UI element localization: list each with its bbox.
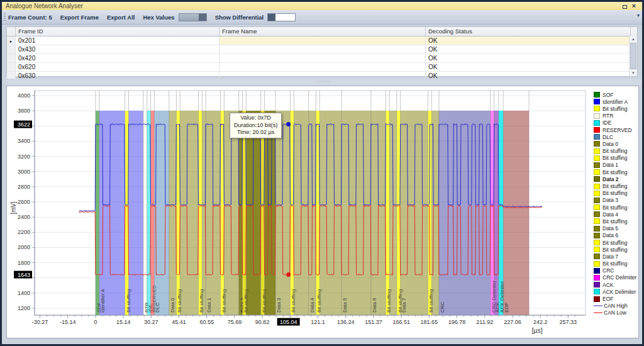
y-cursor-label: 3622	[18, 121, 30, 128]
scrollbar-thumb[interactable]	[630, 43, 636, 69]
cursor-marker-can-low[interactable]	[286, 272, 291, 277]
cursor-marker-can-high[interactable]	[286, 122, 291, 126]
band-label: Data 7	[401, 298, 407, 313]
frame-id-cell[interactable]: 0x430	[16, 45, 219, 53]
legend-label: CRC	[600, 267, 614, 274]
band-dlc[interactable]	[154, 111, 169, 315]
show-differential-toggle[interactable]	[267, 13, 296, 21]
table-scrollbar[interactable]: ▲ ▼	[629, 36, 637, 76]
legend-label: EOF	[600, 296, 613, 302]
legend-item-reserved: RESERVED	[594, 126, 639, 133]
decoding-status-cell[interactable]: OK	[426, 63, 631, 71]
y-tick-label: 3400	[18, 138, 30, 144]
y-tick-label: 2000	[18, 244, 30, 250]
legend-label: Bit stuffing	[600, 155, 628, 161]
legend-item-data-5: Data 5	[594, 225, 639, 232]
legend-label: Bit stuffing	[600, 240, 628, 246]
signal-chart-panel: SOFIdentifier ABit stuffingRTRIDERESERVE…	[6, 86, 639, 338]
frame-name-cell[interactable]	[219, 63, 426, 71]
band-id[interactable]	[129, 111, 143, 315]
table-row[interactable]: 0x420 OK	[7, 54, 637, 63]
scroll-down-icon[interactable]: ▼	[630, 70, 637, 76]
decoding-status-cell[interactable]: OK	[426, 45, 631, 53]
band-data[interactable]	[431, 111, 439, 315]
legend-label: ACK	[600, 282, 613, 288]
legend-swatch-bit-stuffing	[594, 218, 600, 224]
column-header-decoding-status[interactable]: Decoding Status	[426, 27, 631, 36]
band-data-7[interactable]	[401, 111, 428, 315]
table-row[interactable]: 0x620 OK	[7, 63, 637, 72]
legend-swatch-bit-stuffing	[594, 247, 600, 252]
toolbar-overflow-icon[interactable]: ▾	[637, 13, 640, 18]
legend-item-bit-stuffing: Bit stuffing	[594, 218, 639, 225]
y-tick-label: 1800	[18, 260, 30, 266]
legend-swatch-ide	[594, 120, 600, 126]
close-button[interactable]: ×	[630, 3, 638, 9]
legend-label: RTR	[600, 113, 613, 119]
legend-item-bit-stuffing: Bit stuffing	[594, 204, 639, 211]
legend-label: Data 6	[600, 232, 618, 238]
hex-values-label: Hex Values	[143, 14, 174, 21]
table-row[interactable]: ▸ 0x201 OK	[7, 36, 637, 45]
legend-item-sof: SOF	[594, 91, 639, 98]
band-data[interactable]	[319, 111, 341, 315]
band-data[interactable]	[180, 111, 198, 315]
y-tick-label: 4000	[18, 92, 30, 99]
float-window-icon	[623, 4, 628, 9]
toolbar-grip[interactable]	[4, 13, 6, 21]
legend-swatch-bit-stuffing	[594, 261, 600, 267]
x-cursor-label: 105.04	[280, 319, 297, 325]
legend-label: CAN High	[601, 303, 628, 309]
x-axis-unit-label: [µs]	[526, 326, 548, 334]
legend-item-bit-stuffing: Bit stuffing	[594, 246, 639, 253]
table-row[interactable]: 0x430 OK	[7, 45, 637, 54]
band-data2[interactable]	[265, 111, 276, 315]
band-bit-stuffing[interactable]	[198, 111, 202, 315]
legend-swatch-bit-stuffing	[594, 204, 600, 210]
frame-name-cell[interactable]	[219, 36, 426, 45]
export-all-button[interactable]: Export All	[107, 14, 135, 21]
title-bar: Analogue Network Analyser ×	[2, 2, 642, 11]
x-tick-label: 257.33	[560, 319, 577, 325]
legend-swatch-data-0	[594, 141, 600, 147]
decoding-status-cell[interactable]: OK	[426, 54, 631, 62]
frame-id-cell[interactable]: 0x420	[16, 54, 219, 62]
legend-label: Identifier A	[600, 99, 628, 105]
band-sof[interactable]	[96, 111, 99, 315]
column-header-frame-name[interactable]: Frame Name	[219, 27, 426, 36]
scroll-up-icon[interactable]: ▲	[630, 36, 637, 42]
column-header-frame-id[interactable]: Frame ID	[16, 27, 219, 36]
band-eof[interactable]	[503, 111, 529, 315]
x-tick-label: 196.78	[448, 319, 466, 325]
legend-swatch-dlc	[594, 134, 600, 140]
band-rtr[interactable]	[143, 111, 147, 315]
decoding-status-cell[interactable]: OK	[426, 36, 631, 45]
legend-label: Data 2	[600, 176, 619, 182]
band-ack[interactable]	[494, 111, 499, 315]
show-differential-label: Show Differential	[215, 14, 264, 21]
toggle-knob	[199, 14, 206, 21]
x-tick-label: 30.27	[144, 319, 158, 325]
legend-item-data-3: Data 3	[594, 197, 639, 204]
y-tick-label: 2200	[18, 229, 30, 235]
frame-name-cell[interactable]	[219, 54, 426, 62]
frame-id-cell[interactable]: 0x201	[16, 36, 219, 45]
panel-splitter[interactable]: ·····	[6, 79, 641, 86]
legend-label: Bit stuffing	[600, 183, 628, 189]
y-tick-label: 1400	[18, 290, 30, 296]
band-reserved[interactable]	[151, 111, 155, 315]
hex-values-toggle[interactable]	[179, 13, 207, 21]
toolbar: Frame Count: 5 Export Frame Export All H…	[2, 10, 642, 25]
frame-id-cell[interactable]: 0x620	[16, 63, 219, 71]
legend-label: Bit stuffing	[600, 204, 628, 211]
band-data-0[interactable]	[169, 111, 177, 315]
legend-swatch-rtr	[594, 113, 600, 119]
band-label: Data 0	[170, 298, 175, 313]
float-window-button[interactable]	[621, 3, 630, 9]
legend-swatch-eof	[594, 296, 600, 302]
legend-item-can-low: CAN Low	[594, 310, 639, 316]
legend-item-data-1: Data 1	[594, 162, 639, 169]
export-frame-button[interactable]: Export Frame	[60, 14, 99, 21]
frame-name-cell[interactable]	[219, 45, 426, 53]
band-bit-stuffing[interactable]	[386, 111, 389, 315]
